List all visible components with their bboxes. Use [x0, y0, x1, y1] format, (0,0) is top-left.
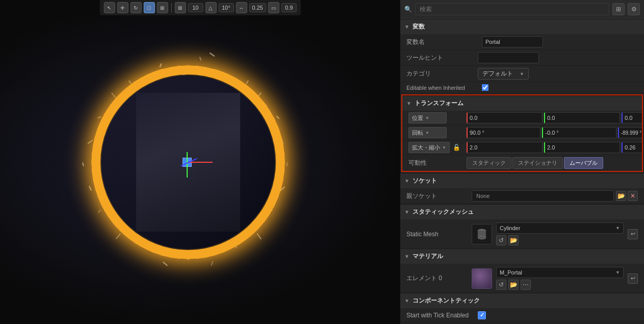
mesh-use-selected-btn[interactable]: ↺: [496, 235, 506, 245]
material-section-header[interactable]: ▼ マテリアル: [400, 248, 644, 264]
angle-value[interactable]: 10°: [218, 3, 234, 12]
mesh-browse-btn[interactable]: 📂: [508, 235, 519, 245]
socket-section-content: 親ソケット 📂 ✕: [400, 188, 644, 204]
parent-socket-label: 親ソケット: [406, 192, 468, 201]
search-bar: 🔍 ⊞ ⚙: [400, 0, 644, 19]
variables-section-header[interactable]: ▼ 変数: [400, 19, 644, 34]
scale-y-input[interactable]: [544, 142, 620, 153]
select-tool-btn[interactable]: ↖: [104, 2, 115, 13]
rotation-dropdown[interactable]: 回転 ▼: [408, 127, 447, 138]
mobility-movable-btn[interactable]: ムーバブル: [564, 157, 603, 169]
mobility-stationary-btn[interactable]: ステイショナリ: [512, 157, 563, 169]
static-mesh-thumbnail: [472, 224, 492, 244]
socket-clear-btn[interactable]: ✕: [628, 191, 638, 201]
material-reset-btn[interactable]: ↩: [628, 273, 638, 284]
tick-enabled-row: Start with Tick Enabled: [400, 308, 644, 322]
rotate-tool-btn[interactable]: ↻: [130, 2, 141, 13]
socket-section: ▼ ソケット 親ソケット 📂 ✕: [400, 173, 644, 204]
tick-enabled-checkbox[interactable]: [478, 311, 486, 319]
variables-section-content: 変数名 ツールヒント カテゴリ デフォルト ▼: [400, 34, 644, 93]
material-section-content: エレメント 0 M_Portal ▼ ↺ 📂 ⋯ ↩: [400, 264, 644, 293]
scale-tool-btn[interactable]: ⬡: [143, 2, 154, 13]
category-dropdown[interactable]: デフォルト ▼: [478, 68, 529, 80]
scale-value[interactable]: 0.25: [249, 3, 266, 12]
varname-input[interactable]: [482, 36, 543, 47]
category-dropdown-text: デフォルト: [482, 69, 513, 78]
parent-socket-row: 親ソケット 📂 ✕: [400, 188, 644, 204]
tooltip-input[interactable]: [478, 52, 539, 63]
transform-section-title: トランスフォーム: [415, 99, 463, 108]
static-mesh-info: Cylinder ▼ ↺ 📂: [496, 222, 624, 245]
category-value: デフォルト ▼: [478, 68, 638, 80]
variables-section: ▼ 変数 変数名 ツールヒント カテゴリ: [400, 19, 644, 93]
mesh-reset-btn[interactable]: ↩: [628, 229, 638, 239]
scale-icon[interactable]: ↔: [236, 2, 247, 13]
mesh-dropdown[interactable]: Cylinder ▼: [496, 222, 624, 234]
camera-value[interactable]: 0.9: [281, 3, 297, 12]
position-z-input[interactable]: [622, 112, 642, 123]
grid-icon[interactable]: ⊞: [174, 2, 186, 13]
toolbar-separator-1: [171, 3, 171, 12]
category-chevron-icon: ▼: [520, 71, 524, 77]
position-dropdown[interactable]: 位置 ▼: [408, 112, 447, 123]
mobility-row: 可動性 スタティック ステイショナリ ムーバブル: [402, 155, 642, 171]
category-row: カテゴリ デフォルト ▼: [400, 66, 644, 82]
scale-lock-icon[interactable]: 🔓: [452, 143, 461, 152]
multi-tool-btn[interactable]: ⊞: [157, 2, 168, 13]
viewport-toolbar: ↖ ✛ ↻ ⬡ ⊞ ⊞ 10 △ 10° ↔ 0.25 ▭ 0.9: [99, 0, 300, 15]
component-tick-section-header[interactable]: ▼ コンポーネントティック: [400, 293, 644, 308]
rotation-chevron-icon: ▼: [425, 131, 429, 135]
position-label: 位置: [412, 114, 423, 122]
component-tick-arrow-icon: ▼: [404, 298, 409, 304]
mesh-chevron-icon: ▼: [615, 226, 620, 231]
scale-dropdown[interactable]: 拡大・縮小 ▼: [408, 142, 450, 153]
angle-icon[interactable]: △: [205, 2, 216, 13]
svg-point-2: [478, 236, 486, 239]
mobility-label: 可動性: [408, 159, 465, 167]
mobility-static-btn[interactable]: スタティック: [467, 157, 511, 169]
material-extra-btn[interactable]: ⋯: [521, 280, 531, 290]
material-use-selected-btn[interactable]: ↺: [496, 280, 506, 290]
transform-gizmo: [168, 142, 209, 183]
panel-settings-icon[interactable]: ⚙: [628, 3, 640, 15]
material-section: ▼ マテリアル エレメント 0 M_Portal ▼ ↺ 📂 ⋯: [400, 248, 644, 293]
transform-section-header[interactable]: ▼ トランスフォーム: [402, 95, 642, 111]
position-x-input[interactable]: [467, 112, 543, 123]
viewport: ↖ ✛ ↻ ⬡ ⊞ ⊞ 10 △ 10° ↔ 0.25 ▭ 0.9: [0, 0, 400, 324]
socket-section-header[interactable]: ▼ ソケット: [400, 173, 644, 188]
material-action-buttons: ↺ 📂 ⋯: [496, 280, 624, 290]
static-mesh-section-header[interactable]: ▼ スタティックメッシュ: [400, 204, 644, 219]
move-tool-btn[interactable]: ✛: [117, 2, 128, 13]
editable-inherited-checkbox[interactable]: [482, 84, 488, 91]
rotation-row: 回転 ▼ ›: [402, 126, 642, 140]
rotation-x-input[interactable]: [467, 127, 540, 138]
position-chevron-icon: ▼: [425, 116, 429, 120]
material-element-label: エレメント 0: [406, 274, 468, 283]
static-mesh-label: Static Mesh: [406, 231, 468, 238]
editable-when-inherited-row: Editable when Inherited: [400, 82, 644, 93]
rotation-z-input[interactable]: [618, 127, 642, 138]
socket-arrow-icon: ▼: [404, 178, 409, 184]
rotation-y-input[interactable]: [542, 127, 616, 138]
camera-icon[interactable]: ▭: [268, 2, 279, 13]
transform-section-wrapper: ▼ トランスフォーム 位置 ▼: [401, 94, 643, 172]
mobility-buttons: スタティック ステイショナリ ムーバブル: [467, 157, 603, 169]
socket-browse-btn[interactable]: 📂: [616, 191, 626, 201]
scale-label-container: 拡大・縮小 ▼ 🔓: [408, 142, 465, 153]
material-chevron-icon: ▼: [615, 270, 620, 275]
transform-arrow-icon: ▼: [406, 101, 411, 106]
parent-socket-input[interactable]: [472, 190, 614, 202]
panel-grid-icon[interactable]: ⊞: [612, 3, 625, 15]
static-mesh-arrow-icon: ▼: [404, 209, 409, 215]
mesh-value: Cylinder: [500, 225, 520, 231]
tick-enabled-value: [478, 311, 638, 319]
scale-x-input[interactable]: [467, 142, 543, 153]
grid-value[interactable]: 10: [188, 3, 203, 12]
position-y-input[interactable]: [544, 112, 620, 123]
material-dropdown[interactable]: M_Portal ▼: [496, 267, 624, 278]
material-browse-btn[interactable]: 📂: [508, 280, 519, 290]
search-input[interactable]: [415, 3, 609, 15]
material-value: M_Portal: [500, 269, 522, 276]
material-thumbnail: [472, 268, 492, 289]
scale-z-input[interactable]: [622, 142, 642, 153]
